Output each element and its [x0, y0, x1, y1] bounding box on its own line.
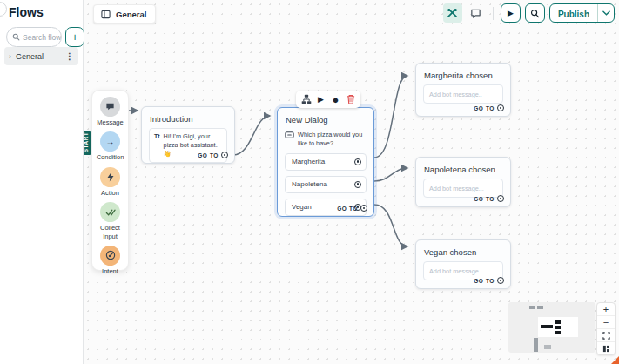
goto-label: GO TO — [474, 105, 495, 111]
chevron-right-icon[interactable]: › — [9, 52, 11, 61]
sidebar-title: Flows — [9, 5, 44, 19]
node-napoletena-chosen[interactable]: Napoletena chosen Add bot message... GO … — [415, 157, 511, 207]
output-port[interactable] — [354, 158, 361, 165]
sitemap-icon — [301, 94, 312, 104]
search-icon — [12, 33, 20, 41]
fit-view-icon — [602, 332, 610, 340]
delete-node-button[interactable] — [344, 92, 357, 106]
minimap-node — [534, 338, 538, 352]
palette-item-collect-input[interactable]: Collect Input — [92, 202, 128, 240]
sidebar-item-general[interactable]: › General ⋮ — [4, 47, 78, 65]
publish-dropdown-button[interactable] — [598, 10, 614, 16]
node-context-toolbar: ▶ ● — [296, 91, 360, 108]
node-title: Vegan chosen — [416, 240, 510, 261]
option-label: Margherita — [292, 158, 325, 165]
comments-button[interactable] — [467, 3, 486, 23]
start-tag-label: START — [83, 132, 89, 153]
resize-corner — [611, 356, 619, 364]
goto-connector: GO TO — [474, 104, 504, 111]
minimap[interactable] — [508, 302, 595, 353]
choice-icon — [285, 131, 294, 138]
canvas-controls: + − — [596, 302, 616, 355]
goto-label: GO TO — [337, 206, 358, 212]
option-row-napoletena[interactable]: Napoletena — [285, 176, 367, 193]
sitemap-button[interactable] — [299, 92, 313, 106]
folder-label: General — [16, 52, 61, 61]
goto-label: GO TO — [474, 278, 495, 284]
placeholder-text: Add bot message.. — [429, 91, 482, 98]
tab-general[interactable]: General — [93, 4, 156, 24]
flow-canvas[interactable]: General ▶ — [84, 0, 619, 364]
option-label: Napoletena — [292, 180, 327, 188]
node-title: Margherita chosen — [416, 64, 510, 84]
search-flows-input[interactable] — [23, 33, 62, 42]
run-node-button[interactable]: ▶ — [314, 92, 327, 106]
minimap-node — [555, 326, 561, 329]
goto-connector: GO TO — [474, 195, 504, 202]
bot-message-input[interactable]: Add bot message.. — [423, 84, 503, 104]
edge-napoletena-option[interactable] — [374, 168, 407, 181]
node-title: New Dialog — [278, 108, 373, 129]
palette-item-label: Action — [101, 189, 119, 197]
collapse-sidebar-button[interactable] — [0, 2, 7, 17]
node-title: Napoletena chosen — [416, 158, 510, 179]
goto-connector: GO TO — [198, 152, 228, 158]
zoom-out-button[interactable]: − — [597, 316, 615, 329]
palette-item-label: Collect Input — [92, 224, 128, 240]
palette-item-condition[interactable]: → Condition — [97, 131, 124, 161]
output-port[interactable] — [497, 195, 504, 202]
edge-vegan-option[interactable] — [374, 205, 407, 246]
add-flow-button[interactable]: + — [65, 27, 84, 47]
text-icon: Tt — [154, 132, 160, 141]
fit-view-button[interactable] — [597, 329, 615, 342]
output-port[interactable] — [221, 152, 228, 158]
condition-arrow-icon: → — [100, 131, 120, 152]
lightning-icon — [100, 167, 120, 187]
question-row[interactable]: Which pizza would you like to have? — [285, 131, 367, 148]
palette-item-label: Message — [97, 118, 123, 126]
node-vegan-chosen[interactable]: Vegan chosen Add bot message.. GO TO — [415, 239, 511, 289]
goto-label: GO TO — [198, 152, 219, 158]
flow-icon — [101, 10, 111, 19]
comment-icon — [470, 8, 481, 19]
search-canvas-button[interactable] — [525, 3, 545, 23]
goto-label: GO TO — [474, 196, 495, 202]
edge-margherita-option[interactable] — [374, 76, 407, 158]
minimap-node — [541, 325, 553, 328]
output-port[interactable] — [497, 104, 504, 111]
option-label: Vegan — [292, 203, 312, 211]
edge-introduction-to-new-dialog[interactable] — [233, 116, 270, 155]
output-port[interactable] — [354, 181, 361, 188]
palette-item-message[interactable]: Message — [97, 97, 123, 126]
publish-button[interactable]: Publish — [550, 7, 597, 20]
kebab-menu-icon[interactable]: ⋮ — [65, 51, 74, 61]
palette-item-label: Intent — [102, 267, 118, 275]
placeholder-text: Add bot message... — [429, 185, 484, 192]
minimap-node — [555, 320, 561, 324]
palette-item-action[interactable]: Action — [100, 167, 120, 197]
start-tag: START — [83, 131, 91, 155]
node-introduction[interactable]: Introduction Tt Hi! I'm Gigi, your pizza… — [141, 106, 235, 164]
double-check-icon — [100, 202, 120, 222]
trash-icon — [347, 94, 355, 104]
message-icon — [100, 97, 120, 117]
minimap-node — [555, 331, 561, 334]
search-icon — [530, 9, 540, 18]
zoom-in-button[interactable]: + — [597, 303, 615, 316]
option-row-margherita[interactable]: Margherita — [285, 153, 367, 171]
output-port[interactable] — [360, 205, 367, 212]
tools-icon — [447, 8, 458, 19]
chevron-down-icon — [602, 10, 610, 16]
record-dot-button[interactable]: ● — [329, 92, 342, 106]
goto-connector: GO TO — [474, 277, 504, 284]
publish-button-group: Publish — [549, 3, 615, 23]
output-port[interactable] — [497, 277, 504, 284]
node-margherita-chosen[interactable]: Margherita chosen Add bot message.. GO T… — [415, 63, 511, 117]
build-tools-button[interactable] — [443, 3, 462, 23]
search-flows-box — [6, 27, 62, 47]
node-new-dialog[interactable]: New Dialog Which pizza would you like to… — [277, 107, 374, 217]
test-play-button[interactable]: ▶ — [501, 3, 521, 23]
minimap-node — [544, 345, 551, 349]
palette-item-intent[interactable]: Intent — [100, 246, 120, 275]
layout-toggle-button[interactable] — [597, 342, 615, 354]
